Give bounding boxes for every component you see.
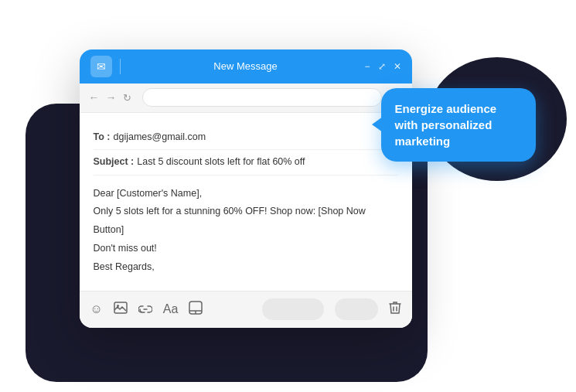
image-button[interactable] bbox=[114, 302, 128, 317]
email-body: To : dgijames@gmail.com Subject : Last 5… bbox=[80, 113, 412, 298]
email-toolbar: ☺ Aa bbox=[80, 291, 412, 328]
refresh-button[interactable]: ↻ bbox=[123, 92, 131, 104]
email-content: Dear [Customer's Name], Only 5 slots lef… bbox=[94, 176, 398, 286]
to-value: dgijames@gmail.com bbox=[113, 131, 206, 145]
email-line-1: Dear [Customer's Name], bbox=[94, 185, 398, 203]
subject-label: Subject : bbox=[94, 155, 135, 169]
delete-button[interactable] bbox=[389, 301, 401, 318]
window-title: New Message bbox=[213, 60, 277, 72]
to-label: To : bbox=[94, 131, 111, 145]
address-bar[interactable] bbox=[142, 88, 382, 107]
attach-button[interactable] bbox=[189, 301, 203, 318]
subject-field: Subject : Last 5 discount slots left for… bbox=[94, 150, 398, 176]
text-format-button[interactable]: Aa bbox=[163, 302, 179, 316]
emoji-button[interactable]: ☺ bbox=[90, 302, 103, 316]
link-button[interactable] bbox=[138, 302, 152, 316]
speech-bubble: Energize audience with personalized mark… bbox=[381, 88, 536, 162]
maximize-button[interactable]: ⤢ bbox=[378, 61, 386, 72]
email-line-3: Don't miss out! bbox=[94, 240, 398, 258]
subject-value: Last 5 discount slots left for flat 60% … bbox=[137, 155, 305, 169]
window-controls: − ⤢ ✕ bbox=[364, 61, 400, 72]
speech-bubble-text: Energize audience with personalized mark… bbox=[395, 102, 497, 148]
minimize-button[interactable]: − bbox=[364, 61, 370, 72]
send-button[interactable] bbox=[262, 298, 324, 320]
forward-button[interactable]: → bbox=[106, 91, 117, 104]
to-field: To : dgijames@gmail.com bbox=[94, 125, 398, 151]
back-button[interactable]: ← bbox=[89, 91, 100, 104]
close-button[interactable]: ✕ bbox=[394, 61, 401, 72]
nav-bar: ← → ↻ ★ bbox=[80, 84, 412, 113]
draft-button[interactable] bbox=[335, 298, 378, 320]
email-line-2: Only 5 slots left for a stunning 60% OFF… bbox=[94, 203, 398, 240]
title-bar-divider bbox=[120, 59, 121, 74]
email-line-4: Best Regards, bbox=[94, 258, 398, 277]
title-bar: ✉ New Message − ⤢ ✕ bbox=[80, 49, 412, 84]
mail-icon: ✉ bbox=[90, 56, 112, 77]
email-window: ✉ New Message − ⤢ ✕ ← → ↻ ★ To : dgijame… bbox=[80, 49, 412, 328]
